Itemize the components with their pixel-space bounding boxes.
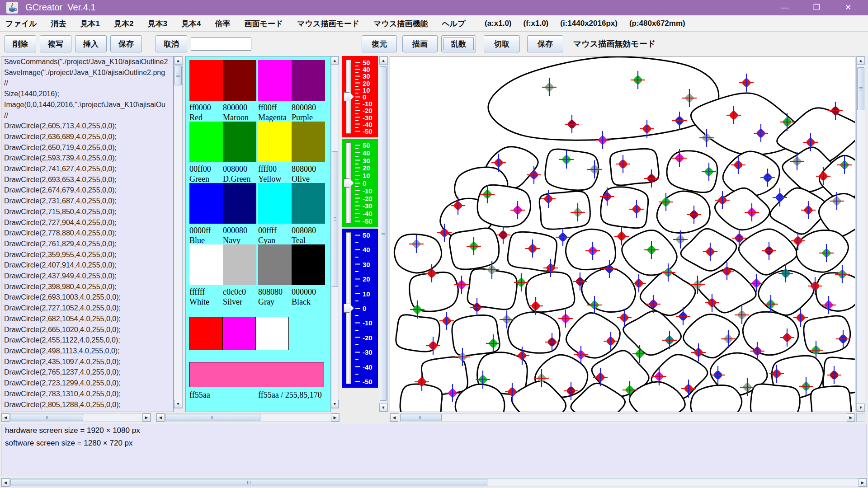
palette-swatch-Yellow[interactable]	[258, 122, 292, 162]
menu-item-1[interactable]: ファイル	[5, 19, 37, 29]
code-line[interactable]: DrawCircle(2,398,980,4.0,255,0,0);	[1, 282, 173, 292]
palette-swatch-Red[interactable]	[189, 60, 223, 101]
toolbar-button-保存[interactable]: 保存	[110, 35, 142, 52]
menu-item-3[interactable]: 見本1	[80, 19, 100, 29]
toolbar-button-保存[interactable]: 保存	[527, 35, 563, 52]
code-line[interactable]: DrawCircle(2,715,850,4.0,255,0,0);	[1, 206, 173, 217]
code-line[interactable]: DrawCircle(2,455,1122,4.0,255,0,0);	[1, 335, 173, 346]
palette-swatch-Navy[interactable]	[223, 183, 256, 224]
scroll-right-icon[interactable]: ▶	[847, 413, 855, 422]
scroll-left-icon[interactable]: ◀	[390, 413, 398, 422]
code-line[interactable]: DrawCircle(2,693,653,4.0,255,0,0);	[1, 174, 173, 185]
menu-item-10[interactable]: マウス描画機能	[373, 19, 428, 29]
code-line[interactable]: Image(0,0,1440,2016,".\project\Java_K10\…	[1, 99, 173, 110]
palette-swatch-Magenta[interactable]	[258, 60, 292, 101]
blue-slider-thumb[interactable]	[344, 304, 354, 313]
code-panel-horizontal-scrollbar[interactable]: ◀ ▶	[1, 413, 151, 422]
palette-swatch-Blue[interactable]	[189, 183, 223, 224]
toolbar-button-復元[interactable]: 復元	[362, 35, 397, 52]
toolbar-button-取消[interactable]: 取消	[156, 35, 187, 52]
scroll-up-icon[interactable]: ▲	[331, 56, 339, 65]
palette-swatch-White[interactable]	[189, 244, 223, 285]
color-palette-panel[interactable]: ff0000Red800000Maroonff00ffMagenta800080…	[185, 56, 331, 412]
code-line[interactable]: DrawCircle(2,682,1054,4.0,255,0,0);	[1, 314, 173, 324]
menu-item-5[interactable]: 見本3	[148, 19, 167, 29]
close-button[interactable]: ✕	[835, 0, 861, 15]
minimize-button[interactable]: —	[772, 0, 797, 15]
code-line[interactable]: DrawCircle(2,741,627,4.0,255,0,0);	[1, 164, 173, 174]
scrollbar-thumb[interactable]	[857, 67, 864, 110]
scrollbar-thumb[interactable]	[332, 151, 338, 287]
scroll-right-icon[interactable]: ▶	[859, 479, 867, 487]
menu-item-4[interactable]: 見本2	[114, 19, 133, 29]
scroll-right-icon[interactable]: ▶	[331, 413, 339, 422]
scroll-up-icon[interactable]: ▲	[857, 56, 865, 65]
palette-swatch-Silver[interactable]	[223, 244, 256, 285]
toolbar-button-削除[interactable]: 削除	[5, 35, 36, 52]
maximize-button[interactable]: ❐	[804, 0, 829, 15]
scrollbar-thumb[interactable]	[380, 66, 387, 401]
scroll-right-icon[interactable]: ▶	[142, 413, 151, 422]
code-panel-vertical-scrollbar[interactable]: ▲ ▼	[174, 56, 183, 408]
code-line[interactable]: Size(1440,2016);	[1, 89, 173, 99]
menu-item-7[interactable]: 倍率	[215, 19, 230, 29]
code-line[interactable]: DrawCircle(2,359,955,4.0,255,0,0);	[1, 249, 173, 260]
palette-swatch-Black[interactable]	[292, 244, 325, 285]
palette-swatch-Purple[interactable]	[292, 60, 325, 101]
window-horizontal-scrollbar[interactable]: ◀ ▶	[1, 478, 867, 487]
menu-item-2[interactable]: 消去	[51, 19, 66, 29]
code-line[interactable]: DrawCircle(2,783,1310,4.0,255,0,0);	[1, 389, 173, 399]
code-line[interactable]: SaveImage("./project/Java_K10/ajisaiOutl…	[1, 67, 173, 78]
code-line[interactable]: DrawCircle(2,727,904,4.0,255,0,0);	[1, 217, 173, 228]
code-line[interactable]: DrawCircle(2,674,679,4.0,255,0,0);	[1, 185, 173, 196]
code-line[interactable]: DrawCircle(2,605,713,4.0,255,0,0);	[1, 121, 173, 131]
scroll-down-icon[interactable]: ▼	[174, 400, 182, 408]
toolbar-text-input[interactable]	[191, 38, 251, 51]
palette-swatch-Cyan[interactable]	[258, 183, 292, 224]
scrollbar-thumb[interactable]	[175, 66, 182, 85]
menu-item-8[interactable]: 画面モード	[244, 19, 283, 29]
toolbar-button-乱数[interactable]: 乱数	[441, 35, 476, 52]
slider-panel-vertical-scrollbar[interactable]: ▲ ▼	[379, 56, 388, 412]
drawing-canvas[interactable]	[390, 56, 855, 412]
palette-horizontal-scrollbar[interactable]: ◀ ▶	[156, 413, 340, 422]
red-slider[interactable]: 50403020100-10-20-30-40-50	[342, 56, 378, 137]
menu-item-6[interactable]: 見本4	[181, 19, 201, 29]
toolbar-button-挿入[interactable]: 挿入	[75, 35, 107, 52]
code-line[interactable]: SaveCommands("./project/Java_K10/ajisaiO…	[1, 56, 173, 67]
code-line[interactable]: DrawCircle(2,805,1288,4.0,255,0,0);	[1, 399, 173, 410]
menu-item-11[interactable]: ヘルプ	[442, 19, 465, 29]
code-line[interactable]: DrawCircle(2,650,719,4.0,255,0,0);	[1, 142, 173, 153]
code-line[interactable]: DrawCircle(2,437,949,4.0,255,0,0);	[1, 271, 173, 282]
code-line[interactable]: //	[1, 110, 173, 121]
code-line[interactable]: DrawCircle(2,665,1020,4.0,255,0,0);	[1, 324, 173, 335]
green-slider[interactable]: 50403020100-10-20-30-40-50	[342, 139, 378, 227]
current-color-swatch-1[interactable]	[189, 317, 223, 350]
scroll-left-icon[interactable]: ◀	[156, 413, 165, 422]
scrollbar-thumb[interactable]	[400, 414, 442, 421]
toolbar-button-描画[interactable]: 描画	[402, 35, 438, 52]
current-color-swatch-3[interactable]	[255, 317, 289, 350]
palette-swatch-Olive[interactable]	[292, 122, 325, 162]
scrollbar-thumb[interactable]	[10, 414, 83, 421]
toolbar-button-複写[interactable]: 複写	[40, 35, 71, 52]
current-color-swatch-2[interactable]	[222, 317, 256, 350]
green-slider-thumb[interactable]	[344, 178, 354, 188]
palette-swatch-D.Green[interactable]	[223, 122, 256, 162]
command-list-panel[interactable]: SaveCommands("./project/Java_K10/ajisaiO…	[1, 56, 174, 412]
scrollbar-thumb[interactable]	[165, 414, 260, 421]
code-line[interactable]: DrawCircle(2,498,1113,4.0,255,0,0);	[1, 346, 173, 357]
scroll-up-icon[interactable]: ▲	[379, 56, 387, 65]
code-line[interactable]: DrawCircle(2,765,1237,4.0,255,0,0);	[1, 367, 173, 378]
code-line[interactable]: DrawCircle(2,435,1097,4.0,255,0,0);	[1, 357, 173, 367]
menu-item-9[interactable]: マウス描画モード	[297, 19, 359, 29]
custom-color-bar[interactable]	[189, 362, 324, 387]
code-line[interactable]: DrawCircle(2,636,689,4.0,255,0,0);	[1, 131, 173, 142]
blue-slider[interactable]: 50403020100-10-20-30-40-50	[342, 229, 378, 388]
scroll-down-icon[interactable]: ▼	[379, 404, 387, 412]
red-slider-thumb[interactable]	[344, 92, 354, 101]
palette-swatch-Gray[interactable]	[258, 244, 292, 285]
code-line[interactable]: DrawCircle(2,761,829,4.0,255,0,0);	[1, 239, 173, 249]
code-line[interactable]: DrawCircle(2,723,1299,4.0,255,0,0);	[1, 378, 173, 389]
scroll-up-icon[interactable]: ▲	[174, 56, 182, 65]
